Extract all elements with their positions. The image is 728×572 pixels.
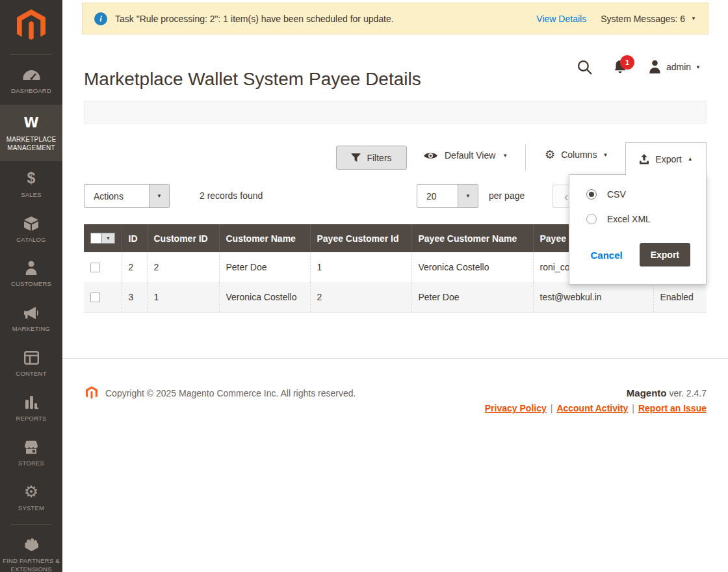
- notifications-button[interactable]: 1: [613, 60, 627, 75]
- caret-down-icon: ▼: [603, 152, 608, 158]
- admin-sidebar: DASHBOARD W MARKETPLACE MANAGEMENT $ SAL…: [0, 0, 62, 572]
- admin-account-menu[interactable]: admin ▼: [648, 60, 701, 74]
- notification-count-badge: 1: [620, 55, 634, 70]
- privacy-policy-link[interactable]: Privacy Policy: [485, 403, 547, 413]
- row-checkbox[interactable]: [90, 292, 100, 302]
- caret-down-icon[interactable]: ▼: [101, 233, 114, 243]
- admin-username: admin: [666, 62, 691, 72]
- copyright-text: Copyright © 2025 Magento Commerce Inc. A…: [105, 388, 356, 398]
- grid-notice-band: [84, 101, 707, 124]
- account-activity-link[interactable]: Account Activity: [556, 403, 628, 413]
- sidebar-item-find-partners[interactable]: FIND PARTNERS & EXTENSIONS: [0, 530, 62, 572]
- column-header-payee-customer-name[interactable]: Payee Customer Name: [411, 224, 533, 252]
- per-page-label: per page: [489, 190, 525, 201]
- records-count: 2 records found: [200, 190, 263, 201]
- customers-icon: [0, 259, 62, 277]
- sidebar-item-dashboard[interactable]: DASHBOARD: [0, 60, 62, 102]
- caret-down-icon: ▼: [502, 153, 508, 159]
- stores-icon: [0, 438, 62, 456]
- system-message-bar: i Task "Rule processing: 2": 1 item(s) h…: [82, 3, 708, 34]
- content-icon: [0, 348, 62, 367]
- magento-logo-icon: [17, 9, 46, 42]
- select-all-header: ▼: [84, 224, 122, 252]
- main-content: i Task "Rule processing: 2": 1 item(s) h…: [62, 0, 728, 572]
- actions-dropdown[interactable]: Actions ▼: [84, 184, 170, 208]
- marketplace-icon: W: [0, 114, 62, 132]
- export-dropdown-panel: CSV Excel XML Cancel Export: [569, 174, 707, 285]
- column-header-id[interactable]: ID: [122, 224, 147, 252]
- table-row: 3 1 Veronica Costello 2 Peter Doe test@w…: [84, 282, 707, 313]
- sidebar-item-customers[interactable]: CUSTOMERS: [0, 253, 62, 295]
- column-header-customer-name[interactable]: Customer Name: [219, 224, 310, 252]
- sidebar-divider: [10, 54, 52, 55]
- chevron-left-icon: ‹: [564, 189, 569, 204]
- caret-down-icon: ▼: [149, 185, 169, 207]
- checkbox-icon[interactable]: [91, 233, 101, 243]
- version-text: Magento ver. 2.4.7: [627, 387, 707, 398]
- sidebar-item-reports[interactable]: REPORTS: [0, 387, 62, 430]
- filters-button[interactable]: Filters: [336, 146, 407, 170]
- magento-footer-logo-icon: [86, 386, 98, 400]
- radio-checked-icon[interactable]: [586, 189, 597, 200]
- caret-up-icon: ▲: [688, 156, 693, 162]
- cancel-button[interactable]: Cancel: [590, 250, 622, 261]
- system-messages-toggle[interactable]: System Messages: 6 ▼: [601, 14, 696, 24]
- find-partners-icon: [0, 536, 62, 554]
- select-all-checkbox[interactable]: ▼: [90, 233, 115, 244]
- export-option-excel-xml[interactable]: Excel XML: [586, 214, 706, 224]
- columns-selector[interactable]: ⚙ Columns ▼: [545, 149, 608, 161]
- export-option-csv[interactable]: CSV: [586, 189, 706, 200]
- eye-icon: [424, 151, 437, 160]
- page-title: Marketplace Wallet System Payee Details: [84, 69, 421, 90]
- caret-down-icon: ▼: [458, 185, 478, 207]
- sidebar-item-content[interactable]: CONTENT: [0, 343, 62, 385]
- sidebar-item-marketing[interactable]: MARKETING: [0, 298, 62, 340]
- gear-icon: ⚙: [545, 149, 555, 161]
- sidebar-item-catalog[interactable]: CATALOG: [0, 209, 62, 251]
- sidebar-item-stores[interactable]: STORES: [0, 432, 62, 474]
- sales-icon: $: [0, 170, 62, 188]
- export-confirm-button[interactable]: Export: [640, 243, 690, 266]
- marketing-icon: [0, 304, 62, 322]
- column-header-customer-id[interactable]: Customer ID: [147, 224, 219, 252]
- radio-unchecked-icon[interactable]: [586, 214, 597, 224]
- per-page-dropdown[interactable]: 20 ▼: [417, 184, 478, 208]
- user-icon: [648, 60, 662, 74]
- column-header-payee-customer-id[interactable]: Payee Customer Id: [310, 224, 411, 252]
- caret-down-icon: ▼: [696, 64, 701, 70]
- magento-logo[interactable]: [0, 0, 62, 49]
- catalog-icon: [0, 214, 62, 233]
- export-upload-icon: [639, 154, 649, 164]
- sidebar-item-sales[interactable]: $ SALES: [0, 164, 62, 206]
- view-selector[interactable]: Default View ▼: [424, 150, 508, 161]
- report-an-issue-link[interactable]: Report an Issue: [638, 403, 707, 413]
- sidebar-item-marketplace-management[interactable]: W MARKETPLACE MANAGEMENT: [0, 105, 62, 161]
- dashboard-icon: [0, 66, 62, 84]
- toolbar-divider: [525, 144, 526, 170]
- system-icon: ⚙: [0, 483, 62, 501]
- search-icon[interactable]: [577, 60, 592, 75]
- export-button[interactable]: Export ▲: [625, 142, 707, 175]
- info-icon: i: [94, 12, 107, 25]
- sidebar-divider: [10, 524, 52, 525]
- caret-down-icon: ▼: [691, 16, 696, 21]
- sidebar-item-system[interactable]: ⚙ SYSTEM: [0, 477, 62, 519]
- view-details-link[interactable]: View Details: [536, 14, 586, 24]
- system-message-text: Task "Rule processing: 2": 1 item(s) hav…: [115, 14, 394, 24]
- page-footer: Copyright © 2025 Magento Commerce Inc. A…: [62, 358, 728, 572]
- filter-icon: [351, 153, 361, 162]
- reports-icon: [0, 393, 62, 411]
- row-checkbox[interactable]: [90, 263, 100, 272]
